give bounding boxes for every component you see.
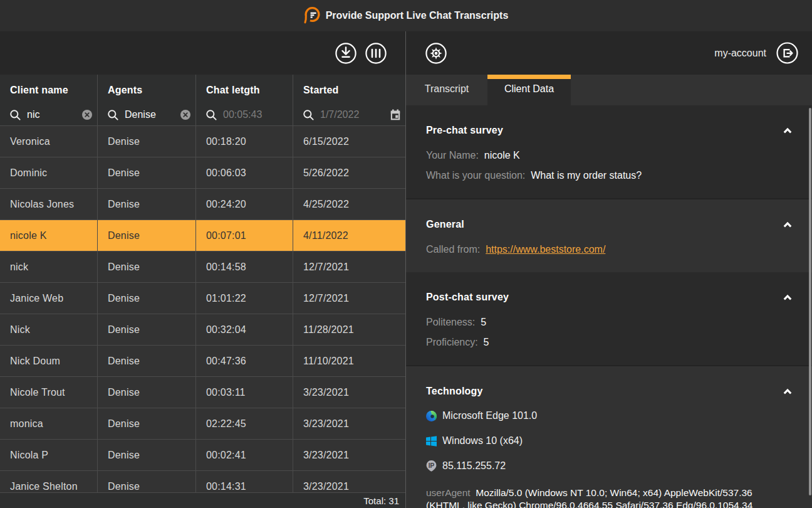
svg-text:IP: IP bbox=[429, 462, 435, 469]
